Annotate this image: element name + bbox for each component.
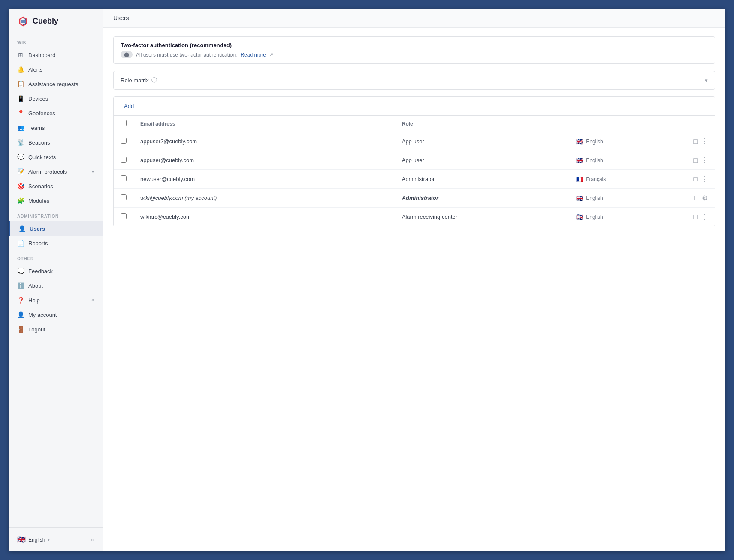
language-selector[interactable]: 🇬🇧 English ▾ « — [9, 532, 103, 547]
user-flag-2: 🇫🇷 — [576, 176, 583, 183]
help-external-icon: ↗ — [90, 298, 94, 303]
user-lang-4: 🇬🇧English — [569, 208, 657, 226]
table-row: appuser@cuebly.comApp user🇬🇧English□⋮ — [114, 151, 715, 170]
user-checkbox-cell-3 — [114, 189, 133, 208]
sidebar-item-label-help: Help — [28, 297, 40, 304]
user-mobile-icon-3[interactable]: □ — [694, 194, 698, 202]
scenarios-icon: 🎯 — [17, 183, 24, 190]
user-role-3: Administrator — [395, 189, 569, 208]
table-toolbar: Add — [114, 97, 715, 116]
user-mobile-icon-2[interactable]: □ — [693, 175, 698, 183]
sidebar-item-label-devices: Devices — [28, 96, 48, 102]
user-checkbox-cell-2 — [114, 170, 133, 189]
app-name: Cuebly — [33, 17, 58, 26]
role-matrix-chevron-icon: ▾ — [705, 77, 708, 84]
user-lang-3: 🇬🇧English — [569, 189, 657, 208]
user-lang-text-2: Français — [586, 176, 606, 182]
sidebar-item-my-account[interactable]: 👤My account — [9, 307, 103, 322]
user-more-icon-0[interactable]: ⋮ — [701, 137, 708, 145]
sidebar-item-users[interactable]: 👤Users — [9, 221, 103, 236]
sidebar: Cuebly WIKI⊞Dashboard🔔Alerts📋Assistance … — [9, 9, 103, 551]
feedback-icon: 💭 — [17, 268, 24, 274]
select-all-checkbox[interactable] — [121, 120, 127, 126]
sidebar-item-label-quick-texts: Quick texts — [28, 154, 56, 160]
sidebar-item-label-scenarios: Scenarios — [28, 183, 53, 190]
sidebar-item-dashboard[interactable]: ⊞Dashboard — [9, 48, 103, 62]
user-lang-text-0: English — [586, 138, 603, 145]
page-header: Users — [103, 9, 725, 28]
add-user-button[interactable]: Add — [121, 101, 137, 111]
user-checkbox-4[interactable] — [121, 213, 127, 219]
user-checkbox-1[interactable] — [121, 157, 127, 163]
sidebar-item-about[interactable]: ℹ️About — [9, 278, 103, 293]
alerts-icon: 🔔 — [17, 66, 24, 73]
th-actions — [658, 116, 715, 132]
sidebar-item-scenarios[interactable]: 🎯Scenarios — [9, 179, 103, 193]
user-actions-3: □⚙ — [658, 189, 715, 208]
users-tbody: appuser2@cuebly.comApp user🇬🇧English□⋮ap… — [114, 132, 715, 226]
user-checkbox-0[interactable] — [121, 138, 127, 144]
sidebar-item-logout[interactable]: 🚪Logout — [9, 322, 103, 337]
reports-icon: 📄 — [17, 240, 24, 247]
sidebar-item-help[interactable]: ❓Help↗ — [9, 293, 103, 307]
teams-icon: 👥 — [17, 124, 24, 131]
role-matrix-row[interactable]: Role matrix ⓘ ▾ — [113, 71, 715, 90]
users-icon: 👤 — [18, 225, 25, 232]
user-more-icon-1[interactable]: ⋮ — [701, 156, 708, 164]
user-role-0: App user — [395, 132, 569, 151]
user-checkbox-2[interactable] — [121, 175, 127, 181]
user-checkbox-3[interactable] — [121, 194, 127, 200]
user-mobile-icon-0[interactable]: □ — [693, 138, 698, 145]
sidebar-item-label-users: Users — [30, 226, 45, 232]
main-content: Users Two-factor authentication (recomme… — [103, 9, 725, 551]
user-mobile-icon-1[interactable]: □ — [693, 157, 698, 164]
user-email-1: appuser@cuebly.com — [133, 151, 395, 170]
sidebar-item-alerts[interactable]: 🔔Alerts — [9, 62, 103, 77]
th-select-all — [114, 116, 133, 132]
logo: Cuebly — [9, 9, 103, 34]
sidebar-item-label-alarm-protocols: Alarm protocols — [28, 169, 67, 175]
alarm-protocols-arrow-icon: ▾ — [92, 169, 94, 174]
page-title: Users — [113, 15, 129, 21]
sidebar-item-alarm-protocols[interactable]: 📝Alarm protocols▾ — [9, 164, 103, 179]
sidebar-collapse-icon[interactable]: « — [91, 537, 94, 543]
sidebar-item-teams[interactable]: 👥Teams — [9, 120, 103, 135]
user-lang-1: 🇬🇧English — [569, 151, 657, 170]
sidebar-item-label-about: About — [28, 283, 43, 289]
sidebar-item-quick-texts[interactable]: 💬Quick texts — [9, 150, 103, 164]
user-actions-0: □⋮ — [658, 132, 715, 151]
content-area: Two-factor authentication (recommended) … — [103, 28, 725, 551]
table-row: wikiarc@cuebly.comAlarm receiving center… — [114, 208, 715, 226]
twofa-banner: Two-factor authentication (recommended) … — [113, 36, 715, 64]
language-flag: 🇬🇧 — [17, 536, 26, 544]
quick-texts-icon: 💬 — [17, 154, 24, 160]
user-lang-text-4: English — [586, 214, 603, 220]
user-checkbox-cell-4 — [114, 208, 133, 226]
user-more-icon-2[interactable]: ⋮ — [701, 175, 708, 183]
user-lang-text-3: English — [586, 195, 603, 201]
user-lang-0: 🇬🇧English — [569, 132, 657, 151]
language-label: English — [28, 537, 45, 543]
sidebar-item-beacons[interactable]: 📡Beacons — [9, 135, 103, 150]
user-email-2: newuser@cuebly.com — [133, 170, 395, 189]
twofa-read-more-link[interactable]: Read more — [240, 52, 266, 58]
sidebar-item-assistance-requests[interactable]: 📋Assistance requests — [9, 77, 103, 91]
sidebar-item-modules[interactable]: 🧩Modules — [9, 193, 103, 208]
users-table-container: Add Email address Role — [113, 96, 715, 226]
sidebar-item-geofences[interactable]: 📍Geofences — [9, 106, 103, 120]
my-account-icon: 👤 — [17, 311, 24, 318]
user-lang-text-1: English — [586, 157, 603, 163]
user-role-4: Alarm receiving center — [395, 208, 569, 226]
twofa-desc-text: All users must use two-factor authentica… — [136, 52, 237, 58]
table-row: newuser@cuebly.comAdministrator🇫🇷Françai… — [114, 170, 715, 189]
sidebar-item-devices[interactable]: 📱Devices — [9, 91, 103, 106]
th-language — [569, 116, 657, 132]
user-settings-icon-3[interactable]: ⚙ — [702, 194, 708, 202]
sidebar-item-feedback[interactable]: 💭Feedback — [9, 264, 103, 278]
user-more-icon-4[interactable]: ⋮ — [701, 213, 708, 221]
table-row: wiki@cuebly.com (my account)Administrato… — [114, 189, 715, 208]
sidebar-section-other: OTHER — [9, 250, 103, 264]
user-mobile-icon-4[interactable]: □ — [693, 213, 698, 221]
user-checkbox-cell-1 — [114, 151, 133, 170]
sidebar-item-reports[interactable]: 📄Reports — [9, 236, 103, 250]
